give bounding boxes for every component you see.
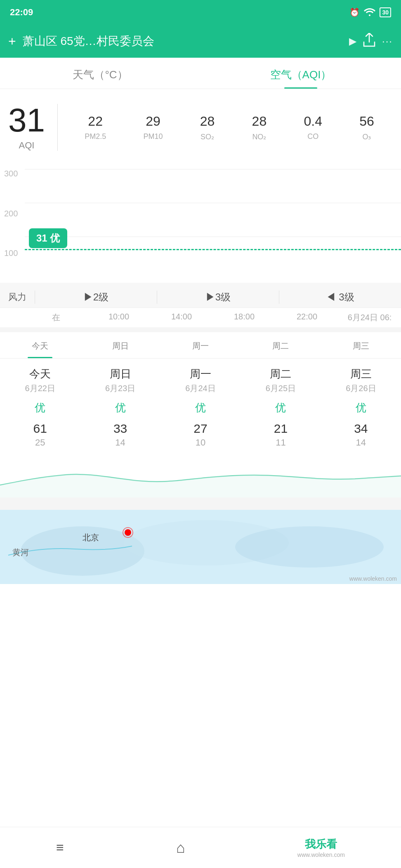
time-3: 18:00 (213, 312, 276, 323)
date-2: 6月24日 (185, 383, 215, 394)
svg-point-3 (125, 529, 131, 536)
aqi-details: 22 PM2.5 29 PM10 28 SO₂ 28 NO₂ 0.4 CO 56… (58, 114, 393, 141)
high-4: 34 (354, 422, 368, 436)
day-2: 周一 (190, 367, 211, 381)
bottom-nav: ≡ ⌂ 我乐看 www.woleken.com (0, 827, 401, 868)
wind-items: ▶2级 ▶3级 ◀ 3级 (35, 291, 401, 304)
forecast-section: 今天 6月22日 优 61 25 周日 6月23日 优 33 14 周一 6月2… (0, 359, 401, 497)
forecast-tab-today[interactable]: 今天 (0, 332, 80, 358)
high-3: 21 (274, 422, 288, 436)
share-button[interactable] (363, 33, 375, 50)
map-label-huanghe: 黄河 (12, 547, 29, 558)
forecast-col-2: 周一 6月24日 优 27 10 (160, 367, 241, 456)
high-2: 27 (193, 422, 207, 436)
low-1: 14 (115, 437, 125, 448)
status-icons: ⏰ 30 (349, 7, 391, 18)
time-0: 在 (25, 312, 87, 323)
tab-weather[interactable]: 天气（°C） (0, 58, 200, 89)
o3-label: O₃ (362, 132, 371, 141)
home-icon: ⌂ (176, 839, 185, 856)
mini-chart (0, 456, 401, 497)
pm10-item: 29 PM10 (143, 114, 163, 141)
y-label-300: 300 (4, 169, 21, 178)
chart-dashed-line (25, 249, 401, 250)
header-bar: + 萧山区 65党…村民委员会 ▶ ··· (0, 25, 401, 58)
forecast-tab-mon[interactable]: 周一 (160, 332, 241, 358)
tab-air[interactable]: 空气（AQI） (200, 58, 401, 89)
aqi-main: 31 AQI (8, 104, 58, 151)
wind-row: 风力 ▶2级 ▶3级 ◀ 3级 (0, 283, 401, 307)
o3-item: 56 O₃ (359, 114, 374, 141)
day-1: 周日 (110, 367, 131, 381)
navigate-icon[interactable]: ▶ (349, 35, 356, 47)
date-3: 6月25日 (266, 383, 296, 394)
no2-value: 28 (252, 114, 267, 129)
tab-bar: 天气（°C） 空气（AQI） (0, 58, 401, 89)
map-section: 黄河 北京 www.woleken.com (0, 510, 401, 584)
wind-item-3: ◀ 3级 (279, 291, 401, 304)
wind-label: 风力 (0, 291, 35, 303)
forecast-tab-wed[interactable]: 周三 (321, 332, 401, 358)
time-2: 14:00 (150, 312, 213, 323)
section-separator (0, 327, 401, 332)
pm25-value: 22 (88, 114, 103, 129)
forecast-tab-sun[interactable]: 周日 (80, 332, 160, 358)
pm10-label: PM10 (143, 132, 163, 141)
forecast-tabs: 今天 周日 周一 周二 周三 (0, 332, 401, 359)
watermark: www.woleken.com (349, 575, 397, 582)
status-bar: 22:09 ⏰ 30 (0, 0, 401, 25)
forecast-col-1: 周日 6月23日 优 33 14 (80, 367, 160, 456)
wind-item-2: ▶3级 (157, 291, 279, 304)
low-3: 11 (276, 437, 285, 448)
no2-item: 28 NO₂ (252, 114, 267, 141)
map-label-beijing: 北京 (83, 532, 99, 543)
menu-button[interactable]: ≡ (56, 840, 64, 855)
time-1: 10:00 (87, 312, 150, 323)
quality-0: 优 (35, 401, 45, 415)
y-label-100: 100 (4, 249, 21, 258)
aqi-value: 31 (8, 104, 45, 137)
more-button[interactable]: ··· (382, 35, 393, 47)
aqi-section: 31 AQI 22 PM2.5 29 PM10 28 SO₂ 28 NO₂ 0.… (0, 89, 401, 159)
quality-3: 优 (275, 401, 286, 415)
brand-label: 我乐看 (305, 837, 337, 852)
date-1: 6月23日 (105, 383, 135, 394)
time-5: 6月24日 06: (338, 312, 401, 323)
no2-label: NO₂ (252, 132, 266, 141)
aqi-chart: 300 200 100 31 优 风力 ▶2级 ▶3级 ◀ 3级 (0, 163, 401, 307)
low-2: 10 (196, 437, 205, 448)
so2-item: 28 SO₂ (200, 114, 215, 141)
o3-value: 56 (359, 114, 374, 129)
quality-4: 优 (356, 401, 366, 415)
wifi-icon (364, 7, 375, 18)
brand-button[interactable]: 我乐看 www.woleken.com (297, 837, 345, 858)
day-3: 周二 (270, 367, 291, 381)
so2-value: 28 (200, 114, 215, 129)
home-button[interactable]: ⌂ (176, 839, 185, 856)
alarm-icon: ⏰ (349, 7, 360, 17)
date-4: 6月26日 (346, 383, 376, 394)
battery-icon: 30 (380, 7, 391, 17)
menu-icon: ≡ (56, 840, 64, 855)
forecast-col-3: 周二 6月25日 优 21 11 (241, 367, 321, 456)
add-location-button[interactable]: + (8, 34, 16, 49)
high-0: 61 (33, 422, 47, 436)
y-label-200: 200 (4, 209, 21, 218)
low-0: 25 (35, 437, 45, 448)
pm10-value: 29 (146, 114, 160, 129)
forecast-tab-tue[interactable]: 周二 (241, 332, 321, 358)
forecast-header: 今天 6月22日 优 61 25 周日 6月23日 优 33 14 周一 6月2… (0, 359, 401, 456)
forecast-col-4: 周三 6月26日 优 34 14 (321, 367, 401, 456)
status-time: 22:09 (10, 7, 33, 18)
bottom-spacer (0, 584, 401, 625)
pm25-item: 22 PM2.5 (85, 114, 106, 141)
wind-item-1: ▶2级 (35, 291, 157, 304)
quality-2: 优 (195, 401, 206, 415)
low-4: 14 (356, 437, 366, 448)
high-1: 33 (113, 422, 127, 436)
section-sep-2 (0, 497, 401, 510)
co-value: 0.4 (304, 114, 322, 129)
co-item: 0.4 CO (304, 114, 322, 141)
day-4: 周三 (350, 367, 372, 381)
so2-label: SO₂ (200, 132, 214, 141)
